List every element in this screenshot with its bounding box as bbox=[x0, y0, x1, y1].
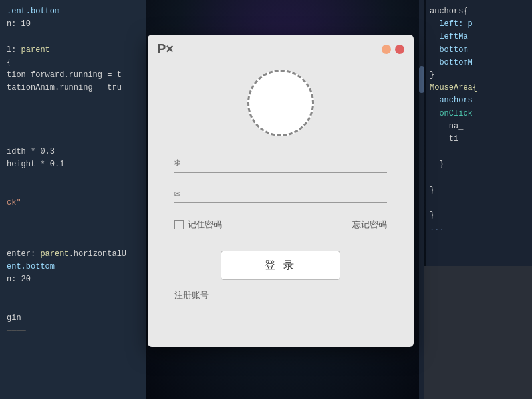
remember-text: 记住密码 bbox=[188, 219, 222, 231]
options-row: 记住密码 忘记密码 bbox=[148, 219, 414, 231]
email-input-group: ✉ bbox=[174, 186, 387, 203]
forgot-link[interactable]: 忘记密码 bbox=[352, 219, 387, 231]
username-input-group: ❄ bbox=[174, 156, 387, 173]
minimize-button[interactable] bbox=[382, 45, 391, 54]
email-input[interactable] bbox=[188, 188, 387, 198]
avatar-circle bbox=[247, 70, 314, 136]
remember-checkbox[interactable] bbox=[174, 220, 184, 229]
dialog-logo: P× bbox=[157, 41, 174, 57]
login-dialog: P× ❄ ✉ 记住密码 忘记密码 登 录 注册账号 bbox=[148, 35, 414, 347]
remember-label[interactable]: 记住密码 bbox=[174, 219, 222, 231]
scrollbar[interactable] bbox=[419, 0, 424, 399]
dark-panel bbox=[424, 266, 532, 399]
email-icon: ✉ bbox=[174, 186, 181, 200]
username-form-group: ❄ bbox=[148, 156, 414, 186]
window-controls bbox=[382, 45, 404, 54]
dialog-titlebar: P× bbox=[148, 35, 414, 63]
register-link[interactable]: 注册账号 bbox=[148, 289, 209, 301]
scrollbar-thumb[interactable] bbox=[419, 66, 424, 93]
email-form-group: ✉ bbox=[148, 186, 414, 216]
username-input[interactable] bbox=[188, 158, 387, 168]
close-button[interactable] bbox=[395, 45, 404, 54]
login-button[interactable]: 登 录 bbox=[221, 251, 340, 280]
username-icon: ❄ bbox=[174, 156, 181, 170]
code-background-left: .ent.bottom n: 10 l: parent { tion_forwa… bbox=[0, 0, 146, 399]
